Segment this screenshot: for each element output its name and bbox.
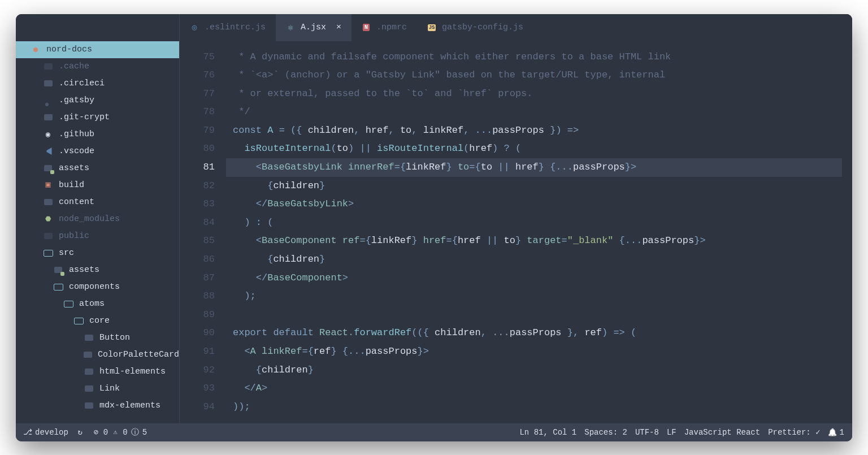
tree-item-node_modules[interactable]: node_modules [16, 211, 179, 228]
tab--eslintrc-js[interactable]: .eslintrc.js [180, 14, 276, 41]
tab--npmrc[interactable]: .npmrc [351, 14, 417, 41]
indentation[interactable]: Spaces: 2 [584, 428, 627, 437]
folder-icon [84, 350, 92, 360]
encoding[interactable]: UTF-8 [635, 428, 659, 437]
line-number: 77 [180, 85, 215, 103]
prettier-status[interactable]: Prettier: ✓ [768, 427, 820, 437]
code-line[interactable]: </BaseGatsbyLink> [226, 195, 852, 214]
tree-item-components[interactable]: components [16, 279, 179, 296]
code-editor[interactable]: 7576777879808182838485868788899091929394… [180, 41, 852, 423]
code-line[interactable]: const A = ({ children, href, to, linkRef… [226, 122, 852, 140]
tree-item--circleci[interactable]: .circleci [16, 75, 179, 92]
tree-item-mdx-elements[interactable]: mdx-elements [16, 397, 179, 414]
code-line[interactable]: isRouteInternal(to) || isRouteInternal(h… [226, 140, 852, 158]
eol[interactable]: LF [667, 428, 676, 437]
code-line[interactable]: {children} [226, 250, 852, 269]
code-line[interactable]: ); [226, 287, 852, 306]
code-line[interactable]: {children} [226, 177, 852, 196]
code-line[interactable]: * `<a>` (anchor) or a "Gatsby Link" base… [226, 66, 852, 85]
notification-count: 1 [840, 428, 844, 437]
tree-item-atoms[interactable]: atoms [16, 296, 179, 313]
error-count: 0 [103, 428, 108, 437]
code-line[interactable]: {children} [226, 361, 852, 380]
build-icon [43, 180, 53, 190]
js-icon [427, 23, 436, 32]
tree-item--github[interactable]: .github [16, 126, 179, 143]
tab-label: A.jsx [301, 23, 326, 32]
code-line[interactable]: <BaseGatsbyLink innerRef={linkRef} to={t… [226, 158, 842, 177]
folder-open-icon [43, 248, 53, 258]
git-branch[interactable]: develop [24, 428, 68, 437]
info-icon [131, 428, 139, 436]
line-number: 89 [180, 306, 215, 324]
code-line[interactable] [226, 306, 852, 324]
gatsby-icon [43, 96, 53, 106]
line-number: 92 [180, 361, 215, 380]
folder-icon [43, 112, 53, 123]
tree-item-core[interactable]: core [16, 313, 179, 330]
code-line[interactable]: * A dynamic and failsafe component which… [226, 48, 852, 67]
branch-name: develop [35, 428, 68, 437]
line-number: 79 [180, 122, 215, 140]
sync-icon [76, 428, 84, 436]
tab-label: .eslintrc.js [205, 23, 266, 32]
tree-item-html-elements[interactable]: html-elements [16, 363, 179, 380]
tree-item-label: Button [99, 330, 175, 346]
tree-item-label: ColorPaletteCard [98, 346, 179, 363]
tree-item-Button[interactable]: Button [16, 330, 179, 346]
language-mode[interactable]: JavaScript React [684, 428, 760, 437]
line-number: 94 [180, 398, 215, 417]
line-number: 75 [180, 48, 215, 67]
code-line[interactable]: * or external, passed to the `to` and `h… [226, 85, 852, 103]
code-line[interactable]: */ [226, 103, 852, 122]
code-line[interactable]: export default React.forwardRef(({ child… [226, 324, 852, 343]
project-root[interactable]: nord-docs [16, 41, 179, 58]
tree-item-label: node_modules [59, 211, 175, 228]
tree-item--git-crypt[interactable]: .git-crypt [16, 109, 179, 126]
folder-icon [84, 401, 94, 411]
file-explorer: nord-docs.cache.circleci.gatsby.git-cryp… [16, 14, 180, 423]
tree-item-label: .circleci [59, 75, 175, 92]
tree-item-label: public [59, 228, 175, 245]
tree-item-public[interactable]: public [16, 228, 179, 245]
code-line[interactable]: ) : ( [226, 214, 852, 232]
tree-item-Link[interactable]: Link [16, 380, 179, 397]
code-line[interactable]: </A> [226, 379, 852, 398]
folder-icon [84, 367, 94, 377]
code-line[interactable]: )); [226, 398, 852, 417]
tree-item--gatsby[interactable]: .gatsby [16, 92, 179, 109]
folder-icon [84, 333, 94, 343]
line-number: 81 [180, 158, 215, 177]
tree-item-content[interactable]: content [16, 194, 179, 211]
folder-open-icon [73, 316, 84, 326]
warning-icon [111, 428, 119, 436]
editor-window: nord-docs.cache.circleci.gatsby.git-cryp… [16, 14, 852, 441]
notifications[interactable]: 1 [828, 428, 844, 437]
cursor-position[interactable]: Ln 81, Col 1 [519, 428, 576, 437]
problems[interactable]: 0 0 5 [92, 428, 147, 437]
tab-A-jsx[interactable]: A.jsx× [276, 14, 351, 41]
close-icon[interactable]: × [332, 23, 341, 32]
tree-item-label: core [89, 313, 175, 330]
code-line[interactable]: <BaseComponent ref={linkRef} href={href … [226, 232, 852, 250]
sync-button[interactable] [76, 428, 84, 436]
line-number: 76 [180, 66, 215, 85]
folder-open-icon [53, 282, 63, 292]
tree-item-label: Link [99, 380, 175, 397]
tree-item--cache[interactable]: .cache [16, 58, 179, 75]
tree-item-label: mdx-elements [99, 397, 175, 414]
tree-item--vscode[interactable]: .vscode [16, 143, 179, 160]
line-number: 91 [180, 343, 215, 361]
code-line[interactable]: </BaseComponent> [226, 269, 852, 288]
tab-gatsby-config-js[interactable]: gatsby-config.js [417, 14, 533, 41]
line-number: 90 [180, 324, 215, 343]
code-content[interactable]: * A dynamic and failsafe component which… [226, 41, 852, 423]
code-line[interactable]: <A linkRef={ref} {...passProps}> [226, 343, 852, 361]
tree-item-build[interactable]: build [16, 177, 179, 194]
tree-item-ColorPaletteCard[interactable]: ColorPaletteCard [16, 346, 179, 363]
tree-item-src[interactable]: src [16, 245, 179, 262]
npm-icon [362, 23, 371, 32]
tree-item-assets[interactable]: assets [16, 262, 179, 279]
warning-count: 0 [123, 428, 127, 437]
tree-item-assets[interactable]: assets [16, 160, 179, 177]
